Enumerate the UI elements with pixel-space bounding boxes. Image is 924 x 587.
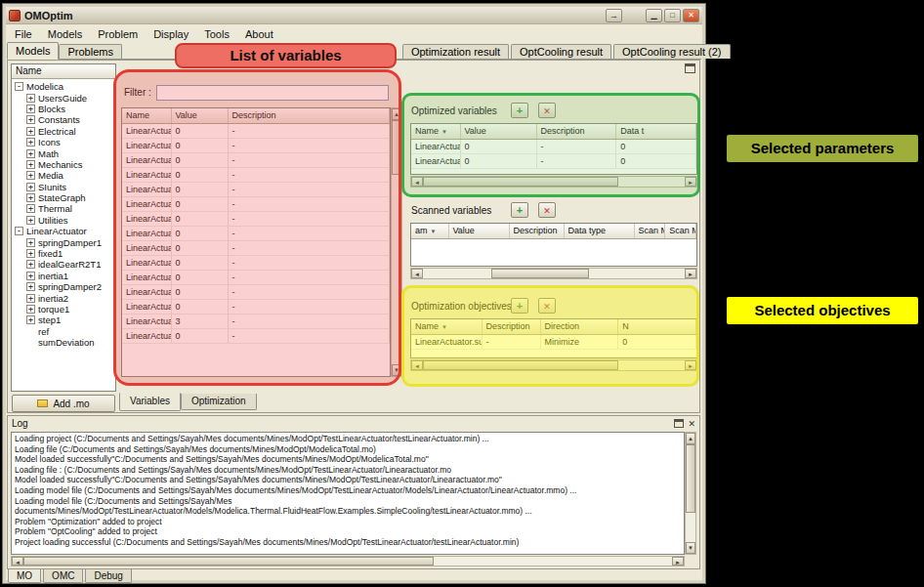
- add-scanned-variable-button[interactable]: +: [511, 202, 528, 218]
- column-header[interactable]: Description: [536, 124, 616, 139]
- cell-name[interactable]: LinearActuator.springDamper2.stateSelect…: [122, 314, 171, 328]
- tree-item[interactable]: + Icons: [12, 137, 115, 147]
- cell-name[interactable]: LinearActuator.torque1.flange_b.tau: [122, 138, 171, 152]
- column-header[interactable]: Data t: [616, 124, 696, 139]
- scrollbar-track[interactable]: [589, 269, 685, 278]
- cell-name[interactable]: LinearActuator.torque1.tau: [122, 123, 171, 138]
- tree-item[interactable]: + UsersGuide: [12, 92, 115, 103]
- tab-debug[interactable]: Debug: [85, 569, 131, 583]
- scroll-right-icon[interactable]: ►: [685, 177, 696, 187]
- scrollbar-track[interactable]: [618, 177, 685, 187]
- result-tab[interactable]: OptCooling result (2): [613, 44, 731, 59]
- scroll-right-icon[interactable]: ►: [685, 360, 696, 370]
- optimized-hscrollbar[interactable]: ◄ ►: [410, 176, 697, 188]
- tree-item[interactable]: ref: [12, 326, 115, 337]
- tree-item[interactable]: sumDeviation: [12, 337, 115, 348]
- cell-description[interactable]: -: [228, 196, 390, 211]
- tree-expander-icon[interactable]: +: [26, 160, 35, 169]
- tree-header-name[interactable]: Name: [12, 64, 115, 79]
- tree-expander-icon[interactable]: +: [26, 249, 35, 258]
- add-mo-button[interactable]: Add .mo: [12, 395, 115, 412]
- remove-scanned-variable-button[interactable]: ✕: [538, 202, 556, 218]
- tree-item[interactable]: + Utilities: [12, 215, 115, 226]
- cell-name[interactable]: LinearActuator.sumDeviation: [122, 196, 171, 211]
- cell-description[interactable]: -: [536, 139, 616, 153]
- scrollbar-thumb[interactable]: [491, 269, 589, 278]
- cell-description[interactable]: -: [228, 152, 390, 167]
- titlebar[interactable]: OMOptim → ▁ □ ✕: [6, 7, 702, 24]
- tree-item[interactable]: + idealGearR2T1: [12, 259, 115, 270]
- cell-description[interactable]: -: [228, 138, 390, 152]
- cell-name[interactable]: LinearActuator.torque1.flange_b.phi: [122, 152, 171, 167]
- float-log-icon[interactable]: [674, 419, 684, 428]
- cell-description[interactable]: -: [228, 226, 390, 240]
- tree-expander-icon[interactable]: +: [26, 105, 35, 113]
- add-objective-button[interactable]: +: [511, 298, 528, 314]
- cell-value[interactable]: 0: [171, 211, 228, 226]
- tree-item[interactable]: - Modelica: [12, 81, 115, 92]
- tree-expander-icon[interactable]: +: [26, 238, 35, 247]
- variable-row[interactable]: LinearActuator.sumDeviation 0 -: [122, 196, 390, 211]
- variable-row[interactable]: LinearActuator.torque1.flange_b.phi 0 -: [122, 152, 390, 167]
- tree-item[interactable]: + Blocks: [12, 104, 115, 114]
- cell-name[interactable]: LinearActuator.step1.offset: [122, 240, 171, 255]
- scroll-right-icon[interactable]: ►: [672, 557, 684, 566]
- scrollbar-thumb[interactable]: [423, 360, 618, 370]
- column-header[interactable]: Description: [482, 319, 540, 334]
- cell-value[interactable]: 0: [171, 299, 228, 314]
- cell-name[interactable]: LinearActuator.springDamper2.w_rel: [122, 284, 171, 299]
- menu-item[interactable]: Display: [146, 27, 196, 41]
- column-header[interactable]: Description: [228, 108, 390, 123]
- scrollbar-track[interactable]: [392, 175, 401, 364]
- variable-row[interactable]: LinearActuator.torque1.bearing.tau 0 -: [122, 167, 390, 182]
- result-tab[interactable]: OptCooling result: [511, 44, 611, 59]
- column-header[interactable]: Direction: [540, 319, 618, 334]
- scrollbar-track[interactable]: [618, 360, 685, 370]
- column-header[interactable]: Value: [460, 124, 536, 139]
- tree-item[interactable]: + step1: [12, 314, 115, 325]
- tab-mo[interactable]: MO: [8, 569, 41, 583]
- scroll-right-icon[interactable]: ►: [685, 269, 696, 278]
- tree-item[interactable]: + Constants: [12, 114, 115, 125]
- cell-name[interactable]: LinearActuator.torque1.bearing.phi: [122, 182, 171, 196]
- cell-value[interactable]: 0: [171, 196, 228, 211]
- log-hscrollbar[interactable]: ◄ ►: [11, 556, 685, 566]
- column-header[interactable]: am▼: [411, 224, 448, 238]
- cell-description[interactable]: -: [228, 270, 390, 284]
- tree-item[interactable]: + inertia2: [12, 292, 115, 303]
- cell-description[interactable]: -: [228, 167, 390, 182]
- tree-expander-icon[interactable]: +: [26, 282, 35, 291]
- cell-name[interactable]: LinearActuator.torque1.bearing.tau: [122, 167, 171, 182]
- tree-expander-icon[interactable]: +: [26, 149, 35, 158]
- tree-item[interactable]: - LinearActuator: [12, 226, 115, 236]
- cell-description[interactable]: -: [228, 123, 390, 138]
- cell-name[interactable]: LinearActuator.sumDeviation: [411, 334, 482, 349]
- tree-expander-icon[interactable]: -: [15, 82, 23, 91]
- cell-value[interactable]: 0: [171, 138, 228, 152]
- cell-description[interactable]: -: [228, 255, 390, 270]
- cell-description[interactable]: -: [228, 328, 390, 343]
- cell-value[interactable]: 0: [460, 153, 536, 168]
- variable-row[interactable]: LinearActuator.step1.startTime 0 -: [122, 226, 390, 240]
- menu-item[interactable]: Models: [40, 27, 90, 41]
- forward-arrow-button[interactable]: →: [606, 9, 622, 22]
- tree-expander-icon[interactable]: +: [26, 115, 35, 124]
- tree-item[interactable]: + torque1: [12, 304, 115, 314]
- variable-row[interactable]: LinearActuator.step1.y 0 -: [122, 211, 390, 226]
- tree-item[interactable]: + inertia1: [12, 271, 115, 281]
- variable-row[interactable]: LinearActuator.springDamper2.phi_rel_sta…: [122, 328, 390, 343]
- cell-value[interactable]: 0: [171, 240, 228, 255]
- tree-item[interactable]: + Math: [12, 147, 115, 158]
- optimized-variable-row[interactable]: LinearActuator.springDamper2.d 0 - 0: [411, 139, 696, 153]
- cell-name[interactable]: LinearActuator.step1.startTime: [122, 226, 171, 240]
- cell-description[interactable]: -: [228, 299, 390, 314]
- scroll-down-icon[interactable]: ▼: [686, 542, 695, 554]
- optimized-variable-row[interactable]: LinearActuator.springDamper1.d 0 - 0: [411, 153, 696, 168]
- minimize-button[interactable]: ▁: [646, 9, 662, 22]
- cell-description[interactable]: -: [228, 182, 390, 196]
- remove-optimized-variable-button[interactable]: ✕: [538, 103, 556, 118]
- cell-n[interactable]: 0: [618, 334, 696, 349]
- tree-expander-icon[interactable]: +: [26, 193, 35, 202]
- cell-description[interactable]: -: [536, 153, 616, 168]
- tree-expander-icon[interactable]: -: [15, 227, 23, 235]
